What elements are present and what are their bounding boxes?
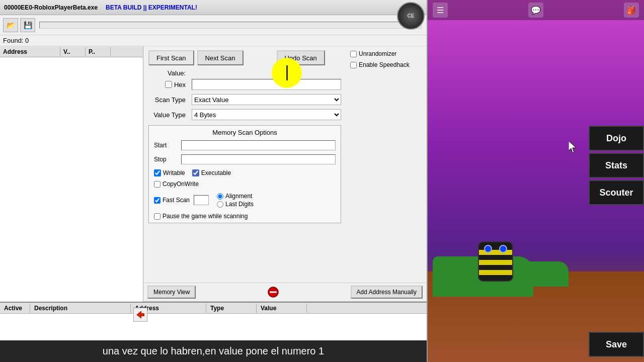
speedhack-text: Enable Speedhack [359,61,410,68]
found-bar: Found: 0 [0,35,427,46]
executable-checkbox[interactable] [192,169,199,176]
fast-scan-label[interactable]: Fast Scan [154,197,190,204]
value-type-label: Value Type [148,111,189,119]
executable-label: Executable [201,169,231,176]
col-prev: P.. [86,47,111,56]
open-button[interactable]: 📂 [3,18,18,32]
scan-type-row: Scan Type Exact Value Bigger than... Sma… [148,94,341,105]
chat-icon[interactable]: 💬 [528,3,543,18]
unrandomizer-label[interactable]: Unrandomizer [350,50,423,57]
game-save-button[interactable]: Save [589,332,644,357]
hex-label-area: Hex [148,81,189,88]
scan-buttons-row: First Scan Next Scan Undo Scan [148,50,341,65]
unrandomizer-checkbox[interactable] [350,51,357,57]
speedhack-checkbox[interactable] [350,62,357,68]
alignment-options: Alignment Last Digits [217,193,254,208]
last-digits-label[interactable]: Last Digits [217,201,254,208]
beta-title: BETA BUILD || EXPERIMENTAL! [106,4,197,11]
pause-scanning-checkbox[interactable] [154,213,160,220]
game-cursor [569,141,579,154]
bt-col-type: Type [206,304,257,313]
pause-scanning-row: Pause the game while scanning [154,213,336,220]
fast-scan-row: Fast Scan 4 Alignment [154,193,336,208]
alignment-radio[interactable] [217,193,223,200]
title-bar: 00000EE0-RobloxPlayerBeta.exe BETA BUILD… [0,0,427,15]
scan-type-select[interactable]: Exact Value Bigger than... Smaller than.… [192,94,341,105]
scan-options: First Scan Next Scan Undo Scan Value: [143,46,346,283]
fast-scan-value-input[interactable]: 4 [194,195,209,205]
found-count: Found: 0 [3,37,29,44]
stop-label: Stop [154,156,179,163]
last-digits-text: Last Digits [225,201,254,208]
stop-icon [266,285,280,299]
subtitle-bar: una vez que lo habren,en value pone el n… [0,340,427,362]
toolbar: 📂 💾 [0,15,427,35]
last-digits-radio[interactable] [217,201,223,208]
dojo-button[interactable]: Dojo [589,126,644,151]
exe-title: 00000EE0-RobloxPlayerBeta.exe [4,4,98,11]
stop-row: Stop ffffffff [154,154,336,164]
start-input[interactable]: 00000000 [181,140,336,150]
value-section-label: Value: [148,69,189,77]
speedhack-label[interactable]: Enable Speedhack [350,61,423,68]
memory-scan-box: Memory Scan Options Start 00000000 Stop … [148,125,341,223]
scouter-button[interactable]: Scouter [589,180,644,205]
writable-check-label[interactable]: Writable [154,169,185,176]
pause-scanning-label[interactable]: Pause the game while scanning [154,213,336,220]
copyonwrite-row: CopyOnWrite [154,180,336,188]
fast-scan-checkbox[interactable] [154,197,160,204]
checkbox-row-1: Writable Executable [154,169,336,176]
unrandomizer-text: Unrandomizer [359,50,396,57]
hex-label: Hex [174,81,186,88]
game-buttons: Dojo Stats Scouter [589,126,644,205]
writable-checkbox[interactable] [154,169,161,176]
next-scan-button[interactable]: Next Scan [197,50,244,65]
alignment-label[interactable]: Alignment [217,193,254,200]
executable-check-label[interactable]: Executable [192,169,231,176]
writable-label: Writable [163,169,185,176]
undo-scan-button[interactable]: Undo Scan [277,50,325,65]
robot-character [478,241,513,282]
address-list-panel: Address V.. P.. [0,46,143,302]
value-input[interactable]: 1 [192,79,341,90]
value-type-row: Value Type 1 Byte 2 Bytes 4 Bytes 8 Byte… [148,109,341,120]
fast-scan-text: Fast Scan [163,197,190,204]
svg-marker-3 [569,141,576,153]
platform-2 [508,261,569,287]
subtitle-text: una vez que lo habren,en value pone el n… [103,345,324,356]
pause-scanning-text: Pause the game while scanning [163,213,248,220]
address-list-body [0,57,143,302]
copyonwrite-checkbox[interactable] [154,181,160,188]
game-top-bar: ☰ 💬 🎒 [428,0,644,20]
col-address: Address [0,47,60,56]
ce-logo: CE [397,2,425,30]
bt-col-value: Value [257,304,307,313]
inventory-icon[interactable]: 🎒 [624,3,639,18]
bt-col-active: Active [0,304,30,313]
game-panel: ☰ 💬 🎒 [428,0,644,362]
scan-type-label: Scan Type [148,96,189,104]
save-button[interactable]: 💾 [20,18,35,32]
bottom-table-header: Active Description Address Type Value [0,303,427,314]
add-address-button[interactable]: Add Address Manually [351,286,423,299]
start-row: Start 00000000 [154,140,336,150]
copyonwrite-text: CopyOnWrite [163,180,199,188]
stats-button[interactable]: Stats [589,153,644,178]
value-label-row: Value: [148,69,341,77]
stop-input[interactable]: ffffffff [181,154,336,164]
hex-checkbox[interactable] [165,81,172,88]
memory-scan-title: Memory Scan Options [154,129,336,136]
alignment-text: Alignment [225,193,252,200]
menu-icon[interactable]: ☰ [433,3,448,18]
first-scan-button[interactable]: First Scan [148,50,194,65]
bt-col-description: Description [30,304,131,313]
col-value: V.. [60,47,86,56]
copyonwrite-label[interactable]: CopyOnWrite [154,180,336,188]
progress-bar [39,22,422,29]
scan-main-area: First Scan Next Scan Undo Scan Value: [143,46,427,302]
value-type-select[interactable]: 1 Byte 2 Bytes 4 Bytes 8 Bytes Float Dou… [192,109,341,120]
memory-view-button[interactable]: Memory View [147,286,196,299]
side-panel: Unrandomizer Enable Speedhack [346,46,427,283]
address-list-header: Address V.. P.. [0,46,143,57]
start-label: Start [154,142,179,149]
